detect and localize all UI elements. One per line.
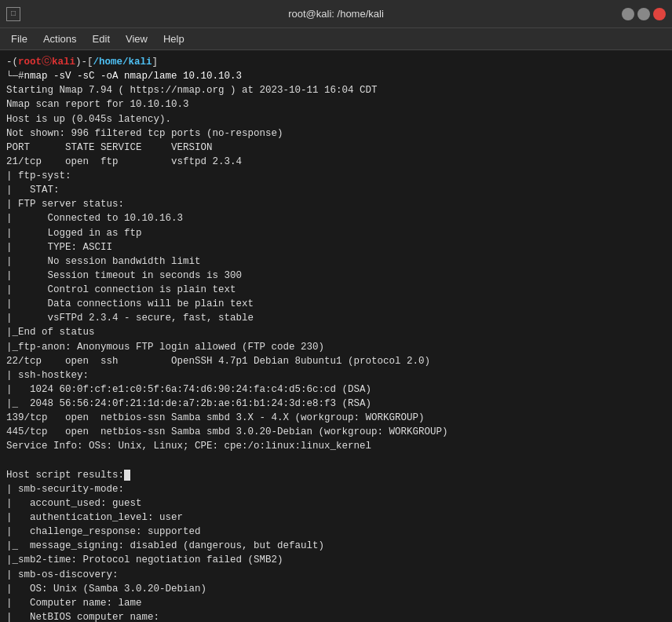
output-line-20: 22/tcp open ssh OpenSSH 4.7p1 Debian 8ub…	[6, 354, 666, 368]
output-line-37: | NetBIOS computer name:	[6, 610, 666, 622]
output-line-10: | Connected to 10.10.16.3	[6, 211, 666, 225]
output-line-24: 139/tcp open netbios-ssn Samba smbd 3.X …	[6, 411, 666, 425]
menu-actions[interactable]: Actions	[35, 30, 85, 48]
menu-edit[interactable]: Edit	[85, 30, 118, 48]
close-button[interactable]	[653, 8, 666, 20]
output-line-26: Service Info: OSs: Unix, Linux; CPE: cpe…	[6, 439, 666, 453]
prompt-hash: └─#	[6, 69, 24, 83]
output-line-28: | smb-security-mode:	[6, 482, 666, 496]
maximize-button[interactable]	[637, 8, 650, 20]
prompt-bracket-close: )-[	[75, 55, 93, 69]
titlebar-left: □	[6, 7, 20, 21]
output-line-34: | smb-os-discovery:	[6, 568, 666, 582]
prompt-user: root	[18, 55, 42, 69]
command-line: └─# nmap -sV -sC -oA nmap/lame 10.10.10.…	[6, 69, 666, 83]
output-line-19: |_ftp-anon: Anonymous FTP login allowed …	[6, 340, 666, 354]
output-line-6: 21/tcp open ftp vsftpd 2.3.4	[6, 155, 666, 169]
minimize-button[interactable]	[622, 8, 634, 20]
output-line-9: | FTP server status:	[6, 197, 666, 211]
output-line-4: Not shown: 996 filtered tcp ports (no-re…	[6, 126, 666, 141]
menu-view[interactable]: View	[118, 30, 155, 48]
terminal[interactable]: -(rootⓒkali)-[/home/kali] └─# nmap -sV -…	[0, 50, 672, 622]
output-line-8: | STAT:	[6, 183, 666, 197]
output-line-29: | account_used: guest	[6, 496, 666, 510]
prompt-bracket-open: -(	[6, 55, 18, 69]
output-line-blank	[6, 454, 666, 468]
titlebar-controls[interactable]	[622, 8, 666, 20]
output-line-2: Nmap scan report for 10.10.10.3	[6, 97, 666, 112]
output-line-35: | OS: Unix (Samba 3.0.20-Debian)	[6, 582, 666, 596]
prompt-line: -(rootⓒkali)-[/home/kali]	[6, 55, 666, 69]
output-line-11: | Logged in as ftp	[6, 226, 666, 240]
output-line-36: | Computer name: lame	[6, 596, 666, 610]
prompt-path-bracket: ]	[152, 55, 159, 69]
titlebar-title: root@kali: /home/kali	[288, 8, 384, 20]
output-line-14: | Session timeout in seconds is 300	[6, 269, 666, 283]
menubar: File Actions Edit View Help	[0, 28, 672, 50]
output-line-7: | ftp-syst:	[6, 169, 666, 183]
output-line-22: | 1024 60:0f:cf:e1:c0:5f:6a:74:d6:90:24:…	[6, 382, 666, 397]
output-line-25: 445/tcp open netbios-ssn Samba smbd 3.0.…	[6, 425, 666, 439]
cursor	[124, 470, 130, 481]
output-line-31: | challenge_response: supported	[6, 525, 666, 539]
output-line-16: | Data connections will be plain text	[6, 297, 666, 311]
output-line-27: Host script results:	[6, 468, 666, 482]
output-line-15: | Control connection is plain text	[6, 283, 666, 297]
prompt-at: ⓒ	[42, 55, 52, 69]
output-line-33: |_smb2-time: Protocol negotiation failed…	[6, 553, 666, 567]
output-line-32: |_ message_signing: disabled (dangerous,…	[6, 539, 666, 553]
output-line-18: |_End of status	[6, 325, 666, 339]
output-line-21: | ssh-hostkey:	[6, 368, 666, 382]
command-text: nmap -sV -sC -oA nmap/lame 10.10.10.3	[24, 69, 243, 83]
menu-help[interactable]: Help	[155, 30, 192, 48]
output-line-5: PORT STATE SERVICE VERSION	[6, 141, 666, 155]
output-line-1: Starting Nmap 7.94 ( https://nmap.org ) …	[6, 83, 666, 97]
output-line-17: | vsFTPd 2.3.4 - secure, fast, stable	[6, 311, 666, 325]
prompt-path: /home/kali	[93, 55, 152, 69]
menu-file[interactable]: File	[3, 30, 35, 48]
output-line-3: Host is up (0.045s latency).	[6, 112, 666, 126]
titlebar: □ root@kali: /home/kali	[0, 0, 672, 28]
prompt-host: kali	[52, 55, 75, 69]
window-icon: □	[6, 7, 20, 21]
output-line-23: |_ 2048 56:56:24:0f:21:1d:de:a7:2b:ae:61…	[6, 397, 666, 411]
output-line-30: | authentication_level: user	[6, 510, 666, 525]
output-line-12: | TYPE: ASCII	[6, 240, 666, 254]
output-line-13: | No session bandwidth limit	[6, 254, 666, 269]
